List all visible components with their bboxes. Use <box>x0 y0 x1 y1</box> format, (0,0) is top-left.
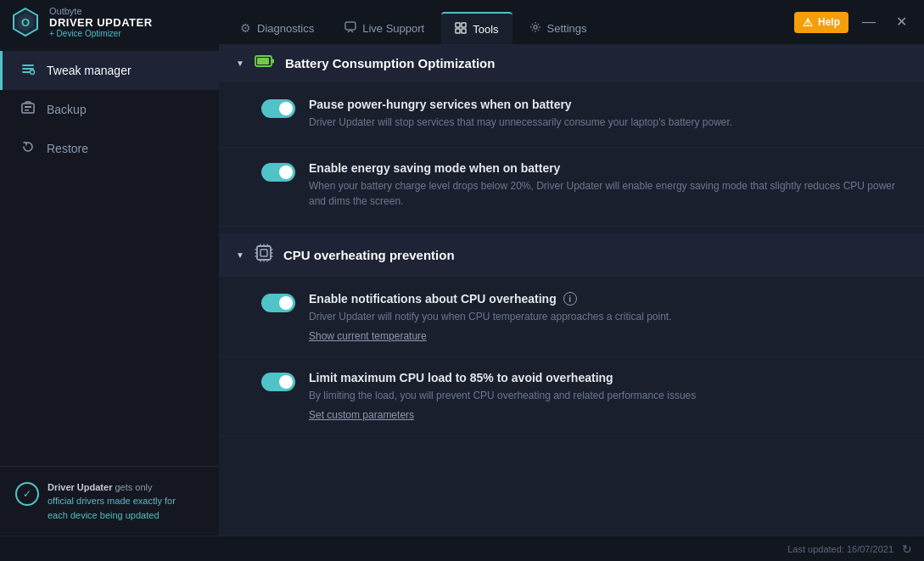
tab-settings[interactable]: Settings <box>516 12 601 44</box>
close-button[interactable]: ✕ <box>889 12 914 32</box>
live-support-icon <box>344 21 356 36</box>
sidebar-bottom-line3: each device being updated <box>48 510 160 520</box>
help-button[interactable]: ⚠ Help <box>794 12 848 33</box>
tweak-manager-icon <box>20 61 36 80</box>
status-bar: Last updated: 16/07/2021 ↻ <box>0 536 924 561</box>
toggle-cpu-notifications[interactable] <box>261 294 295 312</box>
backup-icon <box>20 100 36 119</box>
tweak-pause-services-title: Pause power-hungry services when on batt… <box>309 98 904 111</box>
logo-area: O Outbyte DRIVER UPDATER + Device Optimi… <box>10 6 227 38</box>
sidebar: Tweak manager Backup Restore <box>0 44 219 536</box>
window-controls: ⚠ Help — ✕ <box>794 12 914 33</box>
nav-tabs: ⚙ Diagnostics Live Support Tools <box>227 0 794 44</box>
brand-name: Outbyte <box>49 6 153 16</box>
svg-rect-5 <box>462 23 466 27</box>
tweak-energy-saving: Enable energy saving mode when on batter… <box>219 148 924 227</box>
svg-rect-6 <box>456 29 460 33</box>
tweak-energy-saving-desc: When your battery charge level drops bel… <box>309 178 904 209</box>
tab-diagnostics-label: Diagnostics <box>257 22 314 35</box>
svg-rect-3 <box>345 22 356 30</box>
tab-tools-label: Tools <box>473 23 498 36</box>
battery-section-icon <box>255 54 275 72</box>
tweak-cpu-load-limit-content: Limit maximum CPU load to 85% to avoid o… <box>309 371 904 422</box>
title-bar: O Outbyte DRIVER UPDATER + Device Optimi… <box>0 0 924 44</box>
tweak-cpu-notifications-desc: Driver Updater will notify you when CPU … <box>309 309 904 324</box>
svg-rect-17 <box>260 250 267 256</box>
sidebar-item-backup[interactable]: Backup <box>0 90 219 129</box>
sidebar-item-restore[interactable]: Restore <box>0 129 219 168</box>
tools-icon <box>455 22 467 36</box>
toggle-pause-services[interactable] <box>261 99 295 118</box>
cpu-chevron-icon: ▼ <box>236 250 244 260</box>
sidebar-bottom: ✓ Driver Updater gets only official driv… <box>0 466 219 536</box>
tweak-pause-services: Pause power-hungry services when on batt… <box>219 84 924 148</box>
svg-rect-12 <box>25 109 29 111</box>
tweak-cpu-notifications-title: Enable notifications about CPU overheati… <box>309 292 904 306</box>
section-battery-header[interactable]: ▼ Battery Consumption Optimization <box>219 44 924 82</box>
sidebar-item-tweak-manager-label: Tweak manager <box>47 64 132 77</box>
tweak-pause-services-desc: Driver Updater will stop services that m… <box>309 115 904 130</box>
section-cpu-header[interactable]: ▼ CPU overheating prevention <box>219 233 924 277</box>
product-sub: + Device Optimizer <box>49 29 153 38</box>
battery-section-title: Battery Consumption Optimization <box>285 56 496 70</box>
toggle-cpu-load-limit[interactable] <box>261 373 295 391</box>
main-layout: Tweak manager Backup Restore <box>0 44 924 536</box>
sidebar-item-tweak-manager[interactable]: Tweak manager <box>0 51 219 90</box>
tweak-cpu-load-limit-title: Limit maximum CPU load to 85% to avoid o… <box>309 371 904 384</box>
refresh-icon[interactable]: ↻ <box>902 542 912 556</box>
show-temperature-link[interactable]: Show current temperature <box>309 330 427 342</box>
svg-rect-14 <box>272 59 274 64</box>
tab-live-support[interactable]: Live Support <box>331 12 438 44</box>
cpu-section-icon <box>255 244 273 266</box>
minimize-button[interactable]: — <box>855 12 882 32</box>
cpu-section-title: CPU overheating prevention <box>283 248 455 262</box>
tab-settings-label: Settings <box>547 22 587 35</box>
tab-diagnostics[interactable]: ⚙ Diagnostics <box>227 12 328 44</box>
sidebar-item-backup-label: Backup <box>47 103 87 116</box>
sidebar-bottom-text: Driver Updater gets only official driver… <box>48 480 176 523</box>
sidebar-bottom-icon: ✓ <box>15 482 39 506</box>
sidebar-item-restore-label: Restore <box>47 142 88 155</box>
tweak-cpu-load-limit: Limit maximum CPU load to 85% to avoid o… <box>219 357 924 436</box>
tweak-cpu-notifications: Enable notifications about CPU overheati… <box>219 278 924 357</box>
tweak-pause-services-content: Pause power-hungry services when on batt… <box>309 98 904 133</box>
tweak-cpu-notifications-content: Enable notifications about CPU overheati… <box>309 292 904 343</box>
cpu-notifications-info-icon[interactable]: i <box>563 292 577 306</box>
svg-rect-10 <box>22 104 34 113</box>
tab-tools[interactable]: Tools <box>441 12 512 44</box>
battery-chevron-icon: ▼ <box>236 59 244 68</box>
tweak-energy-saving-content: Enable energy saving mode when on batter… <box>309 161 904 212</box>
settings-icon <box>529 21 541 36</box>
svg-rect-15 <box>257 58 269 65</box>
restore-icon <box>20 139 36 158</box>
toggle-energy-saving[interactable] <box>261 163 295 182</box>
content-area: ▼ Battery Consumption Optimization <box>219 44 924 536</box>
help-label: Help <box>818 16 840 28</box>
svg-rect-4 <box>456 23 460 27</box>
tweak-energy-saving-title: Enable energy saving mode when on batter… <box>309 161 904 175</box>
tab-live-support-label: Live Support <box>362 22 424 35</box>
product-name: DRIVER UPDATER <box>49 16 153 29</box>
svg-rect-16 <box>257 246 271 260</box>
svg-point-9 <box>31 70 35 75</box>
sidebar-bottom-bold: Driver Updater <box>48 482 112 492</box>
svg-text:O: O <box>21 16 30 29</box>
svg-rect-7 <box>462 29 466 33</box>
logo-text: Outbyte DRIVER UPDATER + Device Optimize… <box>49 6 153 38</box>
set-custom-parameters-link[interactable]: Set custom parameters <box>309 409 414 421</box>
diagnostics-icon: ⚙ <box>240 21 251 35</box>
svg-rect-11 <box>25 106 31 108</box>
svg-point-8 <box>534 25 537 29</box>
tweak-cpu-load-limit-desc: By limiting the load, you will prevent C… <box>309 388 904 403</box>
logo-icon: O <box>10 7 41 37</box>
sidebar-bottom-line2: official drivers made exactly for <box>48 496 176 506</box>
refresh-warning-icon: ⚠ <box>803 16 813 29</box>
last-updated-text: Last updated: 16/07/2021 <box>787 544 893 554</box>
